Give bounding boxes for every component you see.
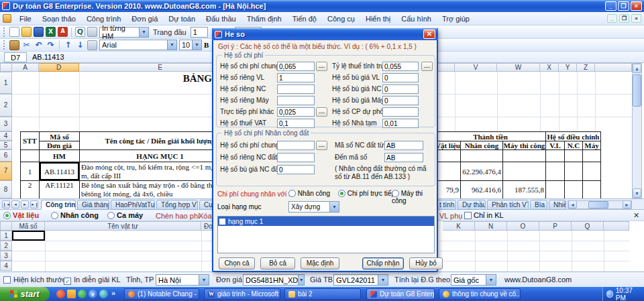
he-so-nha-tam-input[interactable]: [382, 119, 419, 128]
toolbar-grip[interactable]: [3, 40, 5, 50]
mdi-close-button[interactable]: ×: [631, 14, 641, 23]
tab-du-thau[interactable]: Dự thầu: [458, 200, 486, 210]
toolbar-grip[interactable]: [3, 27, 5, 37]
lp-row-3[interactable]: 3: [0, 251, 12, 261]
he-so-bu-gia-nc-dat-input[interactable]: [277, 165, 315, 174]
restore-button[interactable]: ❐: [618, 1, 629, 11]
menu-cong-trinh[interactable]: Công trình: [82, 13, 125, 24]
column-header-v[interactable]: V: [455, 63, 497, 72]
row-header-6[interactable]: 6: [0, 149, 12, 162]
menu-dau-thau[interactable]: Đấu thầu: [201, 13, 241, 24]
lp-header-ma-so[interactable]: Mã số: [12, 221, 45, 231]
cell[interactable]: [564, 150, 582, 162]
link-xoa-vl-phu[interactable]: VL phụ: [439, 212, 462, 220]
cell[interactable]: [564, 162, 582, 181]
scrollbar-thumb[interactable]: [588, 201, 608, 208]
scroll-left-icon[interactable]: ◄: [568, 200, 577, 208]
header-cell-nhan-cong[interactable]: Nhân công: [460, 141, 502, 150]
lp-corner[interactable]: [0, 221, 12, 231]
horizontal-scrollbar[interactable]: ◄ ►: [568, 200, 632, 209]
cell-vat-lieu-2[interactable]: 79,9: [435, 181, 461, 199]
cell[interactable]: [502, 150, 545, 162]
paste-icon[interactable]: [9, 40, 19, 50]
cell-vat-lieu-1[interactable]: [435, 162, 461, 181]
cell[interactable]: [435, 150, 461, 162]
quick-launch-icon-5[interactable]: [99, 290, 108, 298]
lp-header-k[interactable]: K: [443, 221, 475, 231]
row-header-4[interactable]: 4: [0, 131, 12, 141]
column-header-d[interactable]: D: [39, 63, 79, 72]
chevron-down-icon[interactable]: ▼: [139, 27, 148, 37]
lp-row-1[interactable]: 1: [0, 231, 12, 241]
menu-soan-thao[interactable]: Soạn thảo: [38, 13, 80, 24]
cell-ma-so-2[interactable]: AF.11121: [40, 181, 80, 199]
website-label[interactable]: www.DutoanG8.com: [504, 276, 572, 284]
lp-selected-cell[interactable]: [12, 231, 45, 241]
chevron-down-icon[interactable]: ▼: [199, 275, 209, 285]
move-down-icon[interactable]: ↓: [75, 40, 85, 50]
row-header-2[interactable]: 2: [0, 94, 12, 117]
gia-tb-dropdown[interactable]: GVL242011▼: [333, 274, 388, 286]
task-du-toan-g8[interactable]: Dự toán G8 Enterpris...: [366, 288, 435, 300]
radio-chi-phi-truc-tiep[interactable]: Chi phí trực tiếp: [338, 190, 395, 197]
cell[interactable]: [582, 162, 600, 181]
font-size-dropdown[interactable]: 10▼: [179, 40, 202, 50]
list-item[interactable]: hạng mục 1: [218, 217, 434, 226]
task-word[interactable]: W giáo trình - Microsoft ...: [204, 288, 280, 300]
don-gia-dropdown[interactable]: DG5481HN_XD▼: [243, 274, 305, 286]
header-cell-nc[interactable]: N.C: [564, 141, 582, 150]
move-up-icon[interactable]: ↑: [63, 40, 73, 50]
vertical-scrollbar[interactable]: ▲ ▼: [632, 63, 642, 198]
cell-ma-so-1[interactable]: AB.11413: [40, 162, 80, 181]
select-all-corner[interactable]: [0, 63, 12, 72]
he-so-bu-gia-nc-input[interactable]: [382, 84, 419, 94]
menu-don-gia[interactable]: Đơn giá: [127, 13, 162, 24]
quick-launch-icon-2[interactable]: [67, 290, 76, 298]
cell-may-2[interactable]: 187.555,8: [502, 181, 545, 199]
cell[interactable]: [545, 162, 564, 181]
scrollbar-thumb[interactable]: [633, 74, 641, 107]
font-family-dropdown[interactable]: Arial▼: [99, 40, 177, 50]
quick-launch-overflow-icon[interactable]: »: [111, 289, 115, 297]
cell[interactable]: [460, 150, 502, 162]
he-so-rieng-may-input[interactable]: [277, 96, 315, 105]
he-so-rieng-vl-input[interactable]: [277, 73, 315, 82]
tab-tong-hop-vt[interactable]: Tổng hợp VT: [156, 200, 198, 210]
he-so-thue-vat-input[interactable]: [277, 119, 315, 128]
minimize-button[interactable]: _: [605, 1, 616, 11]
header-cell-vat-lieu[interactable]: Vật liệu: [435, 141, 461, 150]
save-icon[interactable]: [34, 27, 44, 37]
window-icon[interactable]: [87, 40, 97, 50]
row-header-3[interactable]: 3: [0, 117, 12, 131]
tray-network-icon[interactable]: [606, 290, 613, 298]
undo-icon[interactable]: ↶: [34, 40, 44, 50]
last-sheet-icon[interactable]: ►❙: [30, 200, 38, 208]
close-pane-icon[interactable]: ✕: [633, 211, 639, 220]
bold-button[interactable]: B: [204, 41, 209, 49]
den-ma-so-input[interactable]: [384, 153, 423, 162]
print-mode-dropdown[interactable]: In từng HM▼: [99, 27, 149, 38]
he-so-bu-gia-vl-input[interactable]: [382, 73, 419, 82]
cell[interactable]: [582, 150, 600, 162]
print-preview-icon[interactable]: Q: [75, 27, 85, 37]
hang-muc-list[interactable]: hạng mục 1: [217, 216, 435, 253]
tab-gia-thang[interactable]: Giá tháng: [77, 200, 109, 210]
header-cell-he-so-dieu-chinh[interactable]: Hệ số điều chỉnh: [545, 132, 600, 141]
tab-haophivattu[interactable]: HaoPhiVatTu: [111, 200, 155, 210]
new-file-icon[interactable]: [9, 27, 19, 37]
he-so-chi-phi-chung-dat-input[interactable]: [277, 141, 315, 150]
header-cell-don-gia[interactable]: Đơn giá: [40, 141, 80, 150]
cell[interactable]: [564, 181, 582, 199]
huy-bo-button[interactable]: Hủy bỏ: [409, 257, 443, 269]
he-so-bu-gia-may-input[interactable]: [382, 96, 419, 105]
mdi-minimize-button[interactable]: _: [607, 14, 617, 23]
menu-du-toan[interactable]: Dự toán: [164, 13, 200, 24]
row-header-5[interactable]: 5: [0, 141, 12, 149]
task-firefox[interactable]: (1) Notable Chang - ...: [124, 288, 199, 300]
row-header-8[interactable]: 8: [0, 180, 12, 198]
cell-stt-1[interactable]: 1: [21, 162, 40, 181]
task-folder[interactable]: bài 2: [284, 288, 361, 300]
open-file-icon[interactable]: [21, 27, 32, 37]
checkbox-hien-kich-thuoc[interactable]: [3, 276, 11, 284]
lp-header-ten-vat-tu[interactable]: Tên vật tư: [45, 221, 201, 231]
